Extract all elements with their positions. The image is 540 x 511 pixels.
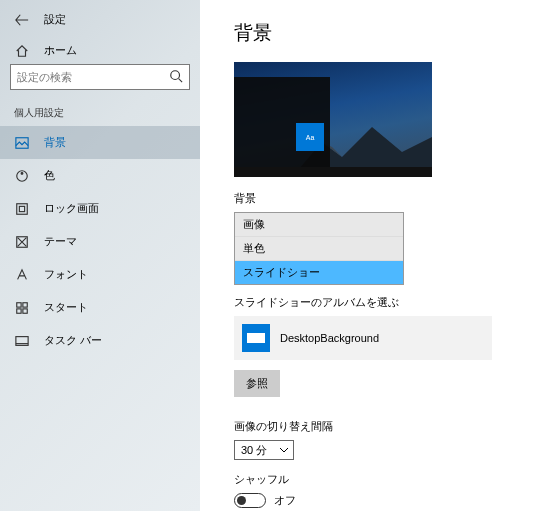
home-link[interactable]: ホーム xyxy=(0,37,200,64)
background-type-dropdown[interactable]: 画像 単色 スライドショー xyxy=(234,212,404,285)
start-icon xyxy=(14,301,30,315)
taskbar-icon xyxy=(14,334,30,348)
browse-button[interactable]: 参照 xyxy=(234,370,280,397)
album-row[interactable]: DesktopBackground xyxy=(234,316,492,360)
sidebar-item-start[interactable]: スタート xyxy=(0,291,200,324)
lockscreen-icon xyxy=(14,202,30,216)
nav-label: 色 xyxy=(44,168,55,183)
dropdown-option-slideshow[interactable]: スライドショー xyxy=(235,261,403,284)
sidebar-item-colors[interactable]: 色 xyxy=(0,159,200,192)
interval-select[interactable]: 30 分 xyxy=(234,440,294,460)
svg-rect-7 xyxy=(17,302,21,306)
interval-label: 画像の切り替え間隔 xyxy=(234,419,518,434)
nav-label: スタート xyxy=(44,300,88,315)
svg-rect-4 xyxy=(17,203,28,214)
sidebar-item-background[interactable]: 背景 xyxy=(0,126,200,159)
section-title: 個人用設定 xyxy=(0,100,200,126)
search-input[interactable] xyxy=(17,71,169,83)
nav-label: 背景 xyxy=(44,135,66,150)
dropdown-option-picture[interactable]: 画像 xyxy=(235,213,403,237)
settings-sidebar: 設定 ホーム 個人用設定 背景 色 ロック画面 テーマ フォント スタート タス… xyxy=(0,0,200,511)
home-icon xyxy=(14,44,30,58)
album-label: スライドショーのアルバムを選ぶ xyxy=(234,295,518,310)
nav-label: フォント xyxy=(44,267,88,282)
preview-taskbar xyxy=(234,167,432,177)
background-preview: Aa xyxy=(234,62,432,177)
search-icon xyxy=(169,69,183,85)
nav-label: テーマ xyxy=(44,234,77,249)
dropdown-option-solid[interactable]: 単色 xyxy=(235,237,403,261)
back-icon[interactable] xyxy=(14,13,30,27)
shuffle-label: シャッフル xyxy=(234,472,518,487)
sidebar-item-taskbar[interactable]: タスク バー xyxy=(0,324,200,357)
sidebar-item-themes[interactable]: テーマ xyxy=(0,225,200,258)
search-box[interactable] xyxy=(10,64,190,90)
palette-icon xyxy=(14,169,30,183)
preview-start-menu xyxy=(234,77,330,167)
folder-icon xyxy=(242,324,270,352)
album-name: DesktopBackground xyxy=(280,332,379,344)
nav-label: ロック画面 xyxy=(44,201,99,216)
svg-point-3 xyxy=(21,172,23,174)
svg-rect-8 xyxy=(23,302,27,306)
theme-icon xyxy=(14,235,30,249)
svg-rect-5 xyxy=(19,206,24,211)
preview-tile: Aa xyxy=(296,123,324,151)
header-row: 設定 xyxy=(0,8,200,37)
sidebar-item-lockscreen[interactable]: ロック画面 xyxy=(0,192,200,225)
home-label: ホーム xyxy=(44,43,77,58)
window-title: 設定 xyxy=(44,12,66,27)
svg-point-0 xyxy=(171,71,180,80)
sidebar-item-fonts[interactable]: フォント xyxy=(0,258,200,291)
page-title: 背景 xyxy=(234,20,518,46)
background-type-label: 背景 xyxy=(234,191,518,206)
picture-icon xyxy=(14,136,30,150)
content-panel: 背景 Aa 背景 画像 単色 スライドショー スライドショーのアルバムを選ぶ D… xyxy=(200,0,540,511)
shuffle-state: オフ xyxy=(274,493,296,508)
svg-rect-9 xyxy=(17,308,21,312)
shuffle-toggle[interactable] xyxy=(234,493,266,508)
nav-label: タスク バー xyxy=(44,333,102,348)
svg-rect-10 xyxy=(23,308,27,312)
font-icon xyxy=(14,268,30,282)
